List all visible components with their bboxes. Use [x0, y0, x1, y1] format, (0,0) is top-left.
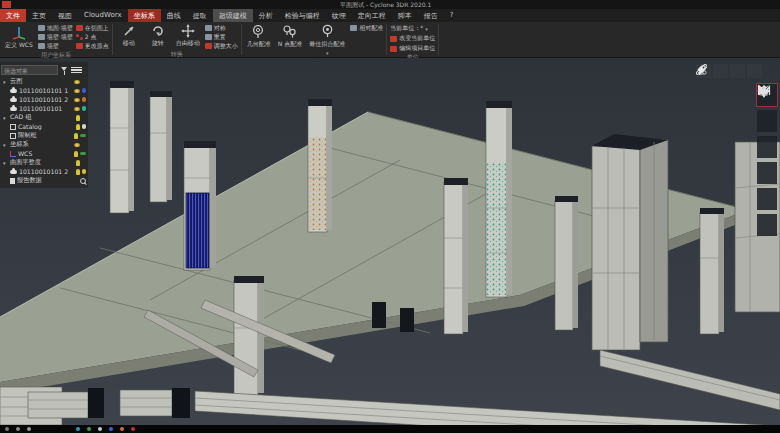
tab-analysis[interactable]: 分析 — [253, 9, 279, 22]
tab-help[interactable]: ? — [444, 9, 460, 22]
wall-wall-icon — [38, 34, 45, 40]
taskbar-icon[interactable] — [131, 427, 135, 431]
visibility-bulb-icon[interactable] — [74, 133, 78, 139]
tab-curve[interactable]: 曲线 — [161, 9, 187, 22]
app-icon[interactable] — [2, 1, 11, 8]
reset-icon — [205, 34, 212, 40]
visibility-bulb-icon[interactable] — [76, 115, 80, 121]
filter-icon[interactable] — [60, 66, 69, 75]
tab-inspection[interactable]: 检验与编程 — [279, 9, 326, 22]
point-cloud-icon — [10, 98, 17, 102]
tree-group-surface-flatness[interactable]: ▾ 曲面平整度 — [1, 158, 87, 167]
mirror-button[interactable]: 对称 — [205, 24, 238, 32]
tab-script[interactable]: 脚本 — [392, 9, 418, 22]
rotate-icon — [151, 24, 165, 38]
ucs-ground-wall-button[interactable]: 地面·墙壁 — [38, 24, 73, 32]
tab-super-modeling[interactable]: 超级建模 — [213, 9, 253, 22]
3d-scene — [0, 58, 780, 425]
taskbar-icon[interactable] — [109, 427, 113, 431]
taskbar-icon[interactable] — [76, 427, 80, 431]
tree-group-clouds[interactable]: ▾ 云图 — [1, 77, 87, 86]
taskbar-icon[interactable] — [87, 427, 91, 431]
tab-extract[interactable]: 提取 — [187, 9, 213, 22]
tree-item-cloud-3[interactable]: 10110010101 — [1, 104, 87, 113]
tree-item-report-data[interactable]: 报告数据 — [1, 176, 87, 185]
annotate-pen-2-button[interactable] — [730, 64, 745, 78]
visibility-bulb-icon[interactable] — [76, 124, 80, 130]
move-button[interactable]: 移动 — [116, 23, 142, 49]
tree-item-wcs[interactable]: WCS — [1, 149, 87, 158]
taskbar-icon[interactable] — [120, 427, 124, 431]
tab-coordinate-system[interactable]: 坐标系 — [128, 9, 161, 22]
measure-distance-button[interactable] — [757, 136, 777, 158]
ucs-on-slice-button[interactable]: 在切面上 — [76, 24, 109, 32]
orbit-button[interactable] — [757, 162, 777, 184]
current-units-dropdown[interactable]: 当前单位：* ▾ — [390, 24, 435, 33]
geometric-registration-button[interactable]: 几何配准 — [245, 23, 273, 50]
visibility-eye-icon[interactable] — [74, 107, 80, 111]
taskbar-icon[interactable] — [27, 427, 31, 431]
menu-icon[interactable] — [71, 66, 82, 75]
column — [234, 276, 264, 395]
annotate-pen-button[interactable] — [713, 64, 728, 78]
n-points-registration-button[interactable]: N 点配准 — [276, 23, 304, 50]
taskbar-icon[interactable] — [16, 427, 20, 431]
ucs-wall-wall-button[interactable]: 墙壁·墙壁 — [38, 33, 73, 41]
units-dropdown-caret: ▾ — [425, 26, 428, 32]
change-current-unit-button[interactable]: 改变当前单位 — [390, 34, 435, 43]
rotate-button[interactable]: 旋转 — [145, 23, 171, 49]
define-wcs-button[interactable]: 定义 WCS — [3, 23, 35, 51]
edit-project-units-button[interactable]: 编辑项目单位 — [390, 44, 435, 53]
ground-wall-icon — [38, 25, 45, 31]
tab-view[interactable]: 视图 — [52, 9, 78, 22]
3d-viewport[interactable]: ▾ 云图 10110010101 1 10110010101 2 1011001… — [0, 58, 780, 425]
pan-button[interactable] — [757, 110, 777, 132]
tab-construction[interactable]: 定向工程 — [352, 9, 392, 22]
ucs-change-origin-button[interactable]: 更改原点 — [76, 42, 109, 50]
tree-item-limit-box[interactable]: 限制框 — [1, 131, 87, 140]
taskbar-icon[interactable] — [5, 427, 9, 431]
tree-item-cloud-2[interactable]: 10110010101 2 — [1, 95, 87, 104]
tree-group-coordinate-systems[interactable]: ▾ 坐标系 — [1, 140, 87, 149]
color-pill — [80, 134, 86, 138]
tree-item-cloud-1[interactable]: 10110010101 1 — [1, 86, 87, 95]
cad-object-icon — [10, 124, 16, 130]
best-fit-registration-button[interactable]: 最佳拟合配准 ▾ — [307, 23, 347, 57]
visibility-eye-icon[interactable] — [74, 89, 80, 93]
color-dot — [82, 88, 87, 93]
change-unit-icon — [390, 36, 397, 42]
visibility-bulb-icon[interactable] — [76, 169, 80, 175]
label-tag-button[interactable] — [747, 64, 762, 78]
visibility-eye-icon[interactable] — [74, 143, 80, 147]
reset-button[interactable]: 重置 — [205, 33, 238, 41]
visibility-bulb-icon[interactable] — [74, 151, 78, 157]
best-fit-dropdown-caret[interactable]: ▾ — [326, 50, 329, 56]
system-taskbar[interactable] — [0, 425, 780, 433]
ucs-wall-button[interactable]: 墙壁 — [38, 42, 73, 50]
taskbar-icon[interactable] — [98, 427, 102, 431]
tree-item-catalog[interactable]: Catalog — [1, 122, 87, 131]
visibility-eye-icon[interactable] — [74, 80, 80, 84]
visibility-bulb-icon[interactable] — [76, 160, 80, 166]
tab-texture[interactable]: 纹理 — [326, 9, 352, 22]
column-scan-teal — [486, 101, 512, 297]
tree-group-cad[interactable]: ▾ CAD 组 — [1, 113, 87, 122]
ucs-two-points-button[interactable]: 2 点 — [76, 33, 109, 41]
slice-icon — [76, 25, 83, 31]
column-scan-orange — [308, 99, 332, 232]
free-move-button[interactable]: 自由移动 — [174, 23, 202, 49]
tab-report[interactable]: 报告 — [418, 9, 444, 22]
resize-button[interactable]: 调整大小 — [205, 42, 238, 50]
tree-item-flatness-cloud[interactable]: 10110010101 2 — [1, 167, 87, 176]
tab-file[interactable]: 文件 — [0, 9, 26, 22]
walkthrough-button[interactable] — [757, 214, 777, 236]
tab-cloudworx[interactable]: CloudWorx — [78, 9, 128, 22]
title-bar: 平面测试 - Cyclone 3DR 2020.1 — [0, 0, 780, 9]
relative-registration-button[interactable]: 相对配准 — [350, 24, 383, 32]
fly-button[interactable] — [757, 188, 777, 210]
visibility-eye-icon[interactable] — [74, 98, 80, 102]
filter-input[interactable] — [1, 65, 58, 75]
tab-home[interactable]: 主页 — [26, 9, 52, 22]
magnifier-icon[interactable] — [80, 178, 86, 184]
relative-registration-icon — [350, 25, 357, 31]
